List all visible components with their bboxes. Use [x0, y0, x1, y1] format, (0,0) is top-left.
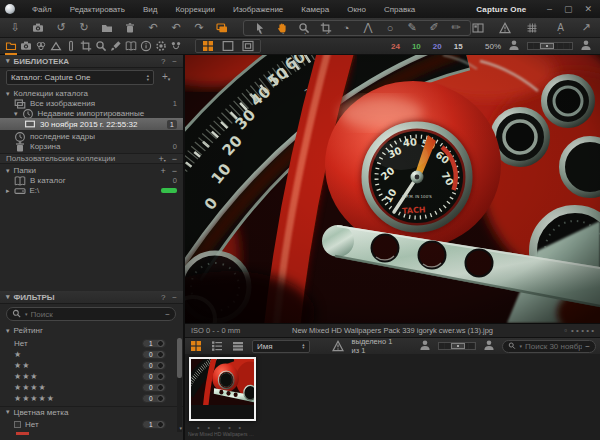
- menu-window[interactable]: Окно: [338, 5, 375, 14]
- tab-info[interactable]: [139, 38, 153, 54]
- collapse-chevron-icon[interactable]: ▾: [6, 293, 10, 301]
- filter-count-toggle[interactable]: 0: [142, 361, 166, 370]
- tab-metadata[interactable]: [124, 38, 138, 54]
- rating-dots[interactable]: • • • • •: [571, 326, 594, 335]
- browser-search-input[interactable]: [525, 342, 582, 351]
- grid-view-icon[interactable]: [201, 38, 215, 54]
- single-view-icon[interactable]: [221, 38, 235, 54]
- remove-collection-button[interactable]: −: [172, 154, 177, 164]
- add-collection-button[interactable]: +▾: [158, 154, 165, 164]
- filter-row-rating-5[interactable]: ★★★★★ 0: [0, 393, 172, 404]
- chevron-down-icon[interactable]: ▾: [14, 110, 18, 118]
- redo-icon[interactable]: ↷: [192, 20, 206, 36]
- grid-overlay-icon[interactable]: [525, 20, 539, 36]
- erase-mask-icon[interactable]: ✐: [427, 20, 441, 36]
- filter-search-box[interactable]: ▾ −: [6, 307, 176, 321]
- filter-count-toggle[interactable]: 1: [142, 420, 166, 429]
- sort-selector[interactable]: Имя ▴▾: [252, 340, 310, 353]
- export-arrow-icon[interactable]: ↗: [579, 20, 593, 36]
- tree-item-trash[interactable]: Корзина 0: [0, 141, 183, 152]
- minimize-button[interactable]: –: [547, 4, 552, 14]
- filter-row-rating-3[interactable]: ★★★ 0: [0, 371, 172, 382]
- folder-icon[interactable]: [100, 20, 114, 36]
- menu-view[interactable]: Вид: [134, 5, 166, 14]
- tab-details[interactable]: [94, 38, 108, 54]
- browser-film-view-icon[interactable]: [231, 338, 245, 354]
- tab-settings[interactable]: [154, 38, 168, 54]
- close-button[interactable]: ✕: [584, 4, 592, 14]
- add-catalog-button[interactable]: +▾: [162, 71, 170, 82]
- filter-count-toggle[interactable]: 0: [142, 383, 166, 392]
- straighten-icon[interactable]: ⋀: [361, 20, 375, 36]
- tab-color[interactable]: [34, 38, 48, 54]
- collapse-chevron-icon[interactable]: ▾: [6, 57, 10, 65]
- catalog-selector[interactable]: Каталог: Capture One ▴▾: [6, 70, 154, 85]
- clear-search-icon[interactable]: −: [165, 310, 170, 319]
- draw-mask-icon[interactable]: ✎: [405, 20, 419, 36]
- filters-panel-header[interactable]: ▾ ФИЛЬТРЫ ? −: [0, 291, 183, 304]
- browser-list-view-icon[interactable]: [210, 338, 224, 354]
- menu-edit[interactable]: Редактировать: [61, 5, 134, 14]
- tree-item-import-session[interactable]: 30 ноября 2015 г. 22:55:32 1: [0, 118, 183, 130]
- tab-capture[interactable]: [19, 38, 33, 54]
- tab-output[interactable]: [169, 38, 183, 54]
- remove-folder-button[interactable]: −: [172, 166, 177, 176]
- filter-row-rating-1[interactable]: ★ 0: [0, 349, 172, 360]
- thumbnail-selected[interactable]: [189, 357, 256, 421]
- chevron-down-icon[interactable]: ▾: [6, 167, 10, 175]
- thumbnail-size-slider[interactable]: [438, 342, 476, 350]
- filter-count-toggle[interactable]: 0: [142, 350, 166, 359]
- color-filter-header[interactable]: ▾ Цветная метка: [0, 406, 183, 417]
- filter-count-toggle[interactable]: 1: [142, 339, 166, 348]
- back-icon[interactable]: ↶: [146, 20, 160, 36]
- menu-help[interactable]: Справка: [375, 5, 424, 14]
- collapse-icon[interactable]: −: [172, 293, 177, 302]
- chevron-down-icon[interactable]: ▾: [6, 327, 10, 335]
- pan-hand-icon[interactable]: ▪: [273, 20, 287, 36]
- zoom-slider-handle[interactable]: [540, 43, 554, 49]
- rotate-cw-icon[interactable]: ↻: [77, 20, 91, 36]
- capture-camera-icon[interactable]: [31, 20, 45, 36]
- filter-scrollbar-thumb[interactable]: [177, 338, 182, 378]
- gradient-mask-icon[interactable]: ✏: [449, 20, 463, 36]
- search-options-chevron-icon[interactable]: ▾: [25, 311, 28, 317]
- menu-adjustments[interactable]: Коррекции: [166, 5, 223, 14]
- undo-icon[interactable]: ↶: [169, 20, 183, 36]
- maximize-button[interactable]: ▢: [564, 4, 573, 14]
- filter-row-color-none[interactable]: Нет 1: [0, 419, 172, 430]
- spot-removal-icon[interactable]: ○: [383, 20, 397, 36]
- loupe-tool-icon[interactable]: ▪: [295, 20, 309, 36]
- menu-image[interactable]: Изображение: [224, 5, 292, 14]
- image-viewer[interactable]: 0 10 20 30 40 50 60 205 10 20 30 40 50 6…: [185, 55, 600, 323]
- clear-search-icon[interactable]: −: [585, 342, 590, 351]
- exposure-warning-icon[interactable]: [498, 20, 512, 36]
- browser-grid-view-icon[interactable]: [189, 338, 203, 354]
- proof-view-icon[interactable]: [241, 38, 255, 54]
- rating-filter-header[interactable]: ▾ Рейтинг: [0, 325, 183, 336]
- crop-tool-icon[interactable]: ▪: [317, 20, 331, 36]
- tab-lens[interactable]: [64, 38, 78, 54]
- chevron-down-icon[interactable]: ▾: [6, 90, 10, 98]
- browse-stack-icon[interactable]: [215, 20, 229, 36]
- filter-count-toggle[interactable]: 0: [142, 394, 166, 403]
- library-panel-header[interactable]: ▾ БИБЛИОТЕКА ? −: [0, 55, 183, 68]
- zoom-slider[interactable]: [527, 42, 573, 50]
- thumbnail-rating-dots[interactable]: • • • • •: [197, 424, 244, 431]
- rotate-dial-icon[interactable]: ◔: [339, 20, 353, 36]
- help-icon[interactable]: ?: [161, 293, 165, 302]
- thumbnail-browser[interactable]: • • • • • New Mixed HD Wallpapers Pack 3…: [185, 354, 600, 440]
- search-options-chevron-icon[interactable]: ▾: [519, 343, 522, 349]
- tab-exposure[interactable]: [49, 38, 63, 54]
- import-icon[interactable]: ⇩: [8, 20, 22, 36]
- tree-group-user-collections[interactable]: Пользовательские коллекции +▾ −: [0, 153, 183, 164]
- tab-composition[interactable]: [79, 38, 93, 54]
- rotate-ccw-icon[interactable]: ↺: [54, 20, 68, 36]
- filter-search-input[interactable]: [31, 310, 163, 319]
- tree-item-drive-e[interactable]: ▸ E:\: [0, 185, 183, 196]
- thumbnail-slider-handle[interactable]: [451, 343, 465, 349]
- menu-camera[interactable]: Камера: [292, 5, 338, 14]
- split-view-icon[interactable]: [471, 20, 485, 36]
- collapse-icon[interactable]: −: [172, 57, 177, 66]
- help-icon[interactable]: ?: [161, 57, 165, 66]
- chevron-right-icon[interactable]: ▸: [6, 187, 10, 195]
